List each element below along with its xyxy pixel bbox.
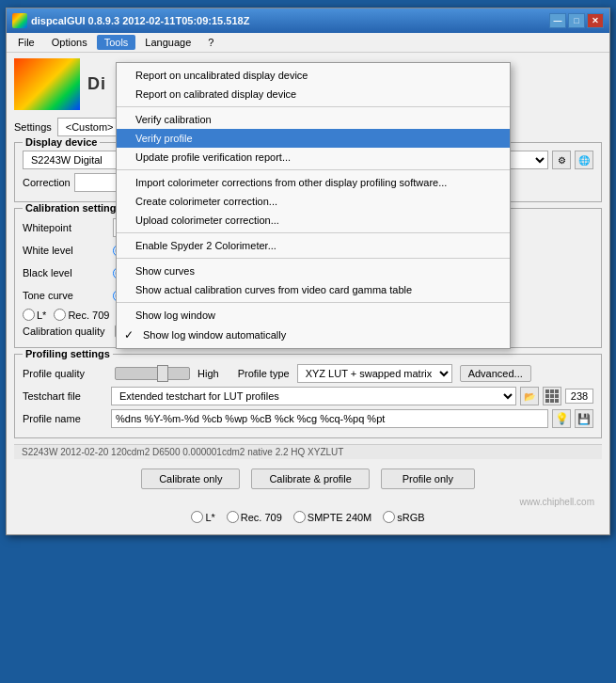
bottom-rec709-radio[interactable] <box>227 511 239 523</box>
menu-item-show-log[interactable]: Show log window <box>117 306 510 325</box>
calibrate-profile-button[interactable]: Calibrate & profile <box>251 469 369 489</box>
bottom-smpte-label: SMPTE 240M <box>308 512 371 523</box>
profile-name-label: Profile name <box>23 413 107 424</box>
menu-help[interactable]: ? <box>200 35 221 50</box>
minimize-button[interactable]: — <box>549 13 566 28</box>
close-button[interactable]: ✕ <box>587 13 604 28</box>
status-text: S2243W 2012-02-20 120cdm2 D6500 0.000001… <box>22 447 343 457</box>
tools-dropdown-menu: Report on uncalibrated display device Re… <box>116 62 511 349</box>
profile-name-row: Profile name 💡 💾 <box>23 409 593 428</box>
bulb-icon[interactable]: 💡 <box>552 409 571 428</box>
status-bar: S2243W 2012-02-20 120cdm2 D6500 0.000001… <box>14 444 602 459</box>
testchart-select[interactable]: Extended testchart for LUT profiles <box>111 387 516 405</box>
menu-file[interactable]: File <box>10 35 42 50</box>
bottom-smpte-radio[interactable] <box>293 511 306 523</box>
profile-quality-row: Profile quality High Profile type XYZ LU… <box>23 364 593 383</box>
profile-quality-slider[interactable] <box>115 367 190 380</box>
menu-item-show-curves[interactable]: Show curves <box>117 262 510 280</box>
correction-label: Correction <box>23 177 71 188</box>
tone-lstar-label: L* <box>37 310 46 321</box>
separator-5 <box>117 302 510 303</box>
menu-item-update-report[interactable]: Update profile verification report... <box>117 148 510 167</box>
menu-item-verify-cal[interactable]: Verify calibration <box>117 110 510 129</box>
tone-rec709-label: Rec. 709 <box>68 310 109 321</box>
bottom-srgb-radio[interactable] <box>383 511 395 523</box>
testchart-label: Testchart file <box>23 390 107 402</box>
white-level-label: White level <box>23 245 107 256</box>
app-logo <box>14 58 80 110</box>
menubar: File Options Tools Language ? <box>7 33 609 53</box>
menu-item-show-actual-curves[interactable]: Show actual calibration curves from vide… <box>117 280 510 299</box>
check-icon: ✓ <box>124 328 137 342</box>
app-icon <box>12 13 27 28</box>
separator-3 <box>117 232 510 233</box>
maximize-button[interactable]: □ <box>568 13 585 28</box>
display-device-label: Display device <box>23 136 100 148</box>
profile-name-input[interactable] <box>111 409 548 428</box>
display-earth-icon[interactable]: 🌐 <box>575 151 593 169</box>
testchart-count: 238 <box>565 389 593 404</box>
menu-language[interactable]: Language <box>137 35 198 50</box>
testchart-grid-icon[interactable] <box>543 387 561 405</box>
profile-only-button[interactable]: Profile only <box>381 469 475 489</box>
calibrate-only-button[interactable]: Calibrate only <box>141 469 240 489</box>
bottom-lstar-radio[interactable] <box>191 511 203 523</box>
black-level-label: Black level <box>23 267 107 278</box>
bottom-srgb-label: sRGB <box>397 512 424 523</box>
menu-item-report-cal[interactable]: Report on calibrated display device <box>117 85 510 103</box>
separator-4 <box>117 258 510 259</box>
bottom-rec709-label: Rec. 709 <box>241 512 282 523</box>
profile-type-label: Profile type <box>238 368 290 379</box>
profile-quality-label: Profile quality <box>23 368 107 379</box>
menu-tools[interactable]: Tools <box>97 35 136 50</box>
menu-item-verify-profile[interactable]: Verify profile <box>117 129 510 148</box>
bottom-buttons: Calibrate only Calibrate & profile Profi… <box>14 463 602 495</box>
bottom-radio-row: L* Rec. 709 SMPTE 240M sRGB <box>14 509 602 529</box>
tone-curve-label: Tone curve <box>23 290 107 301</box>
separator-1 <box>117 106 510 107</box>
advanced-button[interactable]: Advanced... <box>460 365 531 382</box>
whitepoint-label: Whitepoint <box>23 222 107 233</box>
save-profile-icon[interactable]: 💾 <box>575 409 593 428</box>
testchart-row: Testchart file Extended testchart for LU… <box>23 387 593 405</box>
bottom-lstar-label: L* <box>205 512 214 523</box>
app-header-title: Di <box>87 74 106 94</box>
menu-item-upload-correction[interactable]: Upload colorimeter correction... <box>117 211 510 230</box>
separator-2 <box>117 169 510 170</box>
profiling-settings-label: Profiling settings <box>23 348 113 359</box>
testchart-open-icon[interactable]: 📂 <box>520 387 539 405</box>
menu-item-enable-spyder[interactable]: Enable Spyder 2 Colorimeter... <box>117 236 510 255</box>
cal-quality-label: Calibration quality <box>23 326 107 337</box>
tone-rec709-radio[interactable] <box>54 309 66 321</box>
calibration-settings-label: Calibration settings <box>23 202 125 214</box>
profiling-settings-group: Profiling settings Profile quality High … <box>14 354 602 438</box>
profile-type-select[interactable]: XYZ LUT + swapped matrix XYZ LUT Matrix … <box>297 364 452 383</box>
tone-lstar-radio[interactable] <box>23 309 35 321</box>
menu-item-report-uncal[interactable]: Report on uncalibrated display device <box>117 66 510 85</box>
display-settings-icon[interactable]: ⚙ <box>552 151 571 169</box>
profile-quality-value: High <box>197 368 219 379</box>
window-title: dispcalGUI 0.8.9.3 2012-02-11T05:09:15.5… <box>31 15 249 26</box>
menu-item-show-log-auto[interactable]: ✓ Show log window automatically <box>117 325 510 345</box>
titlebar: dispcalGUI 0.8.9.3 2012-02-11T05:09:15.5… <box>7 8 609 33</box>
settings-label: Settings <box>14 121 52 133</box>
menu-options[interactable]: Options <box>44 35 95 50</box>
menu-item-import-corrections[interactable]: Import colorimeter corrections from othe… <box>117 173 510 192</box>
menu-item-create-correction[interactable]: Create colorimeter correction... <box>117 192 510 211</box>
watermark: www.chiphell.com <box>14 495 602 509</box>
